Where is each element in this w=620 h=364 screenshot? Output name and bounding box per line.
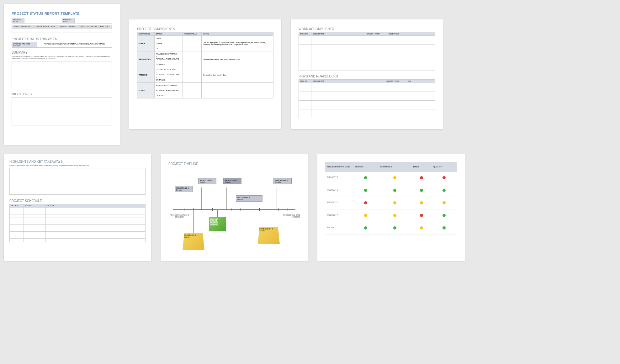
status-dot <box>393 226 396 229</box>
table-row <box>10 232 146 235</box>
table-row: PROJECT 2 <box>325 184 457 197</box>
milestone-box: MILESTONE 1Details <box>175 186 193 192</box>
page-highlights: HIGHLIGHTS AND KEY TAKEAWAYS Bullets of … <box>4 154 151 261</box>
table-row: PROJECT 5 <box>325 222 457 235</box>
table-row: SCOPEROADBLOCK / OVERAGE – POTENTIAL RIS… <box>137 83 273 98</box>
page-report-card: PROJECT REPORT CARD BUDGET RESOURCES RIS… <box>317 154 465 261</box>
status-dot <box>364 201 367 204</box>
table-row <box>299 109 435 118</box>
table-row: PROJECT 4 <box>325 209 457 222</box>
status-dot <box>420 201 423 204</box>
roadblock-box: ROADBLOCK 1Details <box>183 233 204 250</box>
status-dot <box>364 226 367 229</box>
table-row <box>299 36 435 45</box>
status-dot <box>420 214 423 217</box>
table-row <box>10 208 146 211</box>
page-timeline: PROJECT TIMELINE MILESTONE 1Details MILE… <box>161 154 308 261</box>
table-row <box>299 92 435 101</box>
status-dot <box>442 214 446 217</box>
meta-table: PROJECT MANAGER DATE OF STATUS ENTRY PER… <box>12 25 112 33</box>
page-status-report: PROJECT STATUS REPORT TEMPLATE PROJECT N… <box>4 4 120 145</box>
report-card-table: PROJECT REPORT CARD BUDGET RESOURCES RIS… <box>325 162 457 235</box>
status-dot <box>442 201 446 204</box>
table-row <box>299 101 435 109</box>
status-dot <box>393 189 396 192</box>
timeline-diagram: MILESTONE 1Details MILESTONE 2Details MI… <box>168 169 300 253</box>
milestone-box: MILESTONE 2Details <box>198 178 216 184</box>
table-row <box>10 235 146 239</box>
milestone-box: MILESTONE 5Details <box>273 178 292 184</box>
overall-status-table: OVERALL PROJECT STATUS ROADBLOCK / OVERA… <box>12 42 112 48</box>
table-row <box>10 228 146 232</box>
table-row: BUDGETOVER – UNDER – ONCall out highligh… <box>137 36 273 51</box>
status-dot <box>442 176 446 179</box>
table-row: TIMELINEROADBLOCK / OVERAGE – POTENTIAL … <box>137 67 273 83</box>
milestone-box: MILESTONE 3Details <box>223 178 241 184</box>
schedule-table: WEEK NO.STATUSDETAILS <box>9 204 146 242</box>
status-dot <box>393 176 396 179</box>
roadblock-box: ROADBLOCK 2Details <box>258 227 280 244</box>
table-row <box>10 214 146 218</box>
current-position-note: CURRENT TIMELINE POSITION 00/00/0000 <box>209 217 226 231</box>
table-row <box>10 239 146 242</box>
table-row: RESOURCESROADBLOCK / OVERAGE – POTENTIAL… <box>137 51 273 67</box>
milestone-box: MILESTONE 4Details <box>236 195 262 202</box>
table-row: PROJECT 1 <box>325 172 457 184</box>
milestones-box[interactable] <box>12 97 112 125</box>
status-dot <box>420 176 423 179</box>
table-row <box>299 45 435 53</box>
status-dot <box>393 214 396 217</box>
status-dot <box>364 189 367 192</box>
summary-box[interactable] <box>12 61 112 89</box>
status-dot <box>442 189 446 192</box>
table-row <box>10 221 146 225</box>
status-dot <box>364 214 367 217</box>
table-row <box>299 83 435 92</box>
table-row <box>10 218 146 221</box>
status-dot <box>393 201 396 204</box>
table-row <box>10 225 146 228</box>
week-title: PROJECT STATUS THIS WEEK <box>12 37 112 41</box>
end-label: PROJECT END DATE00/00/0000 <box>278 214 300 218</box>
highlights-box[interactable] <box>9 168 146 195</box>
start-label: PROJECT START DATE00/00/0000 <box>168 214 190 218</box>
components-table: COMPONENT STATUS OWNER / TEAM NOTES BUDG… <box>137 32 273 98</box>
title: PROJECT STATUS REPORT TEMPLATE <box>12 12 112 15</box>
table-row <box>299 62 435 71</box>
page-components: PROJECT COMPONENTS COMPONENT STATUS OWNE… <box>129 19 281 129</box>
table-row: PROJECT 3 <box>325 197 457 209</box>
status-dot <box>420 226 423 229</box>
status-dot <box>364 176 367 179</box>
work-table: TASK NO.DESCRIPTIONOWNER / TEAMRECEPTION <box>299 32 435 71</box>
timeline-axis <box>173 209 295 210</box>
table-row <box>299 53 435 62</box>
project-id-table: PROJECT NAME PROJECT CODE <box>12 18 112 24</box>
table-row <box>10 211 146 214</box>
risks-table: RISK NO.DESCRIPTIONOWNER / TEAMFIX <box>299 79 435 118</box>
status-dot <box>420 189 423 192</box>
page-work-risks: WORK ACCOMPLISHED TASK NO.DESCRIPTIONOWN… <box>291 19 443 129</box>
status-dot <box>442 226 446 229</box>
